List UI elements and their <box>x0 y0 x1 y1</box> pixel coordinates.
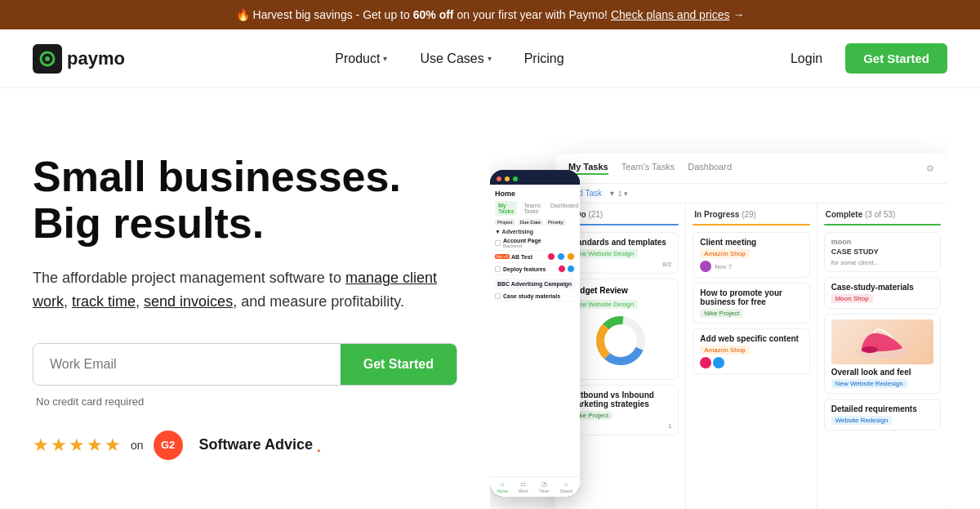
inprogress-card-3[interactable]: Add web specific content Amazon Shop <box>693 328 809 374</box>
software-advice-dot: . <box>316 434 322 457</box>
complete-card2-tag: Moon Shop <box>831 294 873 303</box>
nav-links: Product ▾ Use Cases ▾ Pricing <box>322 45 577 73</box>
logo[interactable]: paymo <box>33 44 125 74</box>
get-started-button[interactable]: Get Started <box>341 344 457 385</box>
mobile-dot-yellow <box>505 176 510 181</box>
mobile-bottom-timer[interactable]: ◷ Timer <box>539 480 550 493</box>
complete-card3-tag: New Website Redesign <box>831 379 907 388</box>
hero-left: Small businesses. Big results. The affor… <box>33 137 457 460</box>
mobile-checkbox-2[interactable] <box>495 266 501 272</box>
complete-card-2[interactable]: Case-study-materials Moon Shop <box>824 277 941 309</box>
mobile-nav-my-tasks[interactable]: My Tasks <box>495 201 517 216</box>
mobile-dot-red <box>497 176 501 181</box>
inprogress-card1-title: Client meeting <box>700 238 802 247</box>
no-credit-card-text: No credit card required <box>33 395 457 408</box>
tab-dashboard[interactable]: Dashboard <box>688 162 732 175</box>
mobile-casestudy-row: Case study materials <box>495 292 575 301</box>
todo-card3-count: 1 <box>668 422 671 430</box>
email-input[interactable] <box>33 344 341 385</box>
donut-chart <box>569 309 671 373</box>
login-button[interactable]: Login <box>774 45 839 73</box>
mobile-bottom-nav: ⌂ Home ⚏ Work ◷ Timer ⌕ Search <box>490 476 580 497</box>
inprogress-date1: Nov 7 <box>715 263 732 270</box>
filter-icon[interactable]: ▼ 1 ▾ <box>608 190 628 198</box>
mobile-deploy-avatars <box>558 265 575 273</box>
mobile-advertising-label: ▼ Advertising <box>495 229 575 234</box>
g2-badge: G2 <box>154 431 183 460</box>
mobile-nav-dashboard[interactable]: Dashboard <box>547 201 580 216</box>
inprogress-card-2[interactable]: How to promote your business for free Ni… <box>693 283 809 324</box>
inprogress-avatar1 <box>700 261 711 272</box>
shoe-image <box>831 319 933 364</box>
mobile-filters: Project Due Date Priority <box>495 219 575 225</box>
mobile-deploy-row: Deploy features <box>495 263 575 275</box>
complete-card-shoe[interactable]: Overall look and feel New Website Redesi… <box>824 314 941 394</box>
settings-icon[interactable]: ⚙ <box>926 163 934 174</box>
filter-priority[interactable]: Priority <box>546 219 566 225</box>
tab-teams-tasks[interactable]: Team's Tasks <box>621 162 675 175</box>
inprogress-card-1[interactable]: Client meeting Amazon Shop Nov 7 <box>693 232 809 278</box>
inprogress-card3-avatars <box>700 357 802 368</box>
announcement-text2: on your first year with Paymo! <box>457 8 608 21</box>
kanban-panel: My Tasks Team's Tasks Dashboard ⚙ + Add … <box>555 154 947 509</box>
star-3: ★ <box>69 435 85 456</box>
mobile-bottom-search[interactable]: ⌕ Search <box>560 480 573 493</box>
nav-product-label: Product <box>335 51 380 66</box>
software-advice-text: Software Advice <box>199 436 313 453</box>
mobile-casestudy-text: Case study materials <box>503 293 575 299</box>
nav-use-cases[interactable]: Use Cases ▾ <box>407 45 504 73</box>
nav-get-started-button[interactable]: Get Started <box>845 43 947 74</box>
email-form: Get Started <box>33 343 457 386</box>
inprogress-av3-2 <box>713 357 724 368</box>
complete-card-4[interactable]: Detailed requirements Website Redesign <box>824 399 941 431</box>
donut-sub: New Website Design <box>569 300 671 309</box>
announcement-arrow: → <box>733 8 744 21</box>
star-rating: ★ ★ ★ ★ ★ <box>33 435 121 456</box>
inprogress-header: In Progress (29) <box>693 210 809 219</box>
announcement-emoji: 🔥 <box>236 8 250 21</box>
mobile-abtest-text: AB Test <box>511 254 546 260</box>
inprogress-card3-tag: Amazon Shop <box>700 346 749 355</box>
mobile-checkbox-1[interactable] <box>495 240 501 246</box>
track-time-link[interactable]: track time <box>72 293 136 310</box>
hero-title-line1: Small businesses. <box>33 153 401 200</box>
complete-column: Complete (3 of 53) moon CASE STUDY for s… <box>817 203 947 509</box>
shoe-svg <box>853 324 911 360</box>
star-4: ★ <box>87 435 103 456</box>
announcement-link[interactable]: Check plans and prices <box>611 8 730 21</box>
mobile-bottom-home[interactable]: ⌂ Home <box>497 480 508 493</box>
nav-product[interactable]: Product ▾ <box>322 45 400 73</box>
complete-card4-tag: Website Redesign <box>831 416 893 425</box>
mobile-av2 <box>557 252 565 261</box>
send-invoices-link[interactable]: send invoices <box>144 293 233 310</box>
complete-card-moon[interactable]: moon CASE STUDY for some client... <box>824 232 941 272</box>
complete-card2-title: Case-study-materials <box>831 283 933 292</box>
logo-text: paymo <box>67 48 125 69</box>
inprogress-label: In Progress <box>694 210 739 219</box>
todo-card1-count: 8/2 <box>662 261 671 268</box>
inprogress-av3-1 <box>700 357 711 368</box>
mobile-bottom-work[interactable]: ⚏ Work <box>519 480 528 493</box>
nav-pricing[interactable]: Pricing <box>511 45 577 73</box>
hero-section: Small businesses. Big results. The affor… <box>0 88 980 509</box>
star-1: ★ <box>33 435 49 456</box>
add-task-bar: + Add Task ▼ 1 ▾ <box>555 184 947 203</box>
mobile-abtest-icons <box>547 252 575 261</box>
star-2: ★ <box>51 435 67 456</box>
inprogress-card2-title: How to promote your business for free <box>700 288 802 306</box>
todo-card3-title: Outbound vs Inbound marketing strategies <box>569 391 671 409</box>
complete-label: Complete <box>826 210 863 219</box>
filter-project[interactable]: Project <box>495 219 515 225</box>
complete-card3-title: Overall look and feel <box>831 368 933 377</box>
filter-duedate[interactable]: Due Date <box>518 219 543 225</box>
hero-title-line2: Big results. <box>33 199 264 247</box>
announcement-text: Harvest big savings - Get up to <box>253 8 410 21</box>
complete-header: Complete (3 of 53) <box>824 210 941 219</box>
mobile-deploy-text: Deploy features <box>503 266 555 272</box>
complete-divider <box>824 224 941 225</box>
mobile-checkbox-3[interactable] <box>495 293 501 299</box>
mobile-nav-teams[interactable]: Teams Tasks <box>520 201 544 216</box>
moon-label: moon <box>831 238 933 246</box>
mobile-badge: Me +8 <box>495 254 510 259</box>
inprogress-card1-meta: Nov 7 <box>700 261 802 272</box>
